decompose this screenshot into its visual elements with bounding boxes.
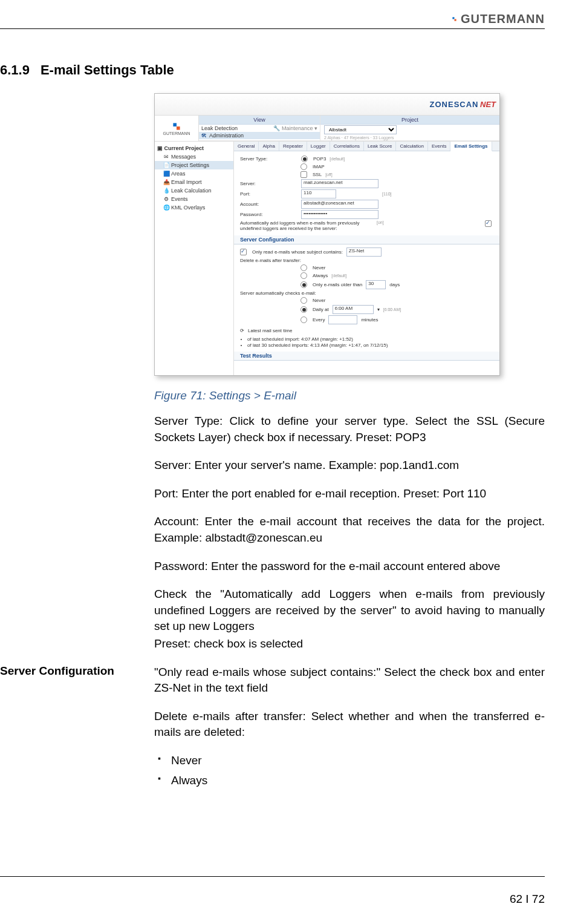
delete-label: Delete e-mails after transfer: [240,258,301,263]
radio-check-every[interactable] [300,316,307,323]
nav-project-header: Project [320,116,499,125]
para-server: Server: Enter your server's name. Exampl… [154,457,545,474]
latest-label: Latest mail sent time [248,328,292,333]
side-label-server-config: Server Configuration [0,664,145,678]
radio-check-never[interactable] [300,297,307,304]
brand-name: GUTERMANN [461,12,545,26]
section-title: E-mail Settings Table [41,62,174,77]
para-only-read: "Only read e-mails whose subject contain… [154,664,545,696]
project-select[interactable]: Albstadt [324,125,397,134]
only-read-label: Only read e-mails whose subject contains… [252,249,343,255]
radio-pop3[interactable] [301,156,308,162]
nav-administration[interactable]: 🛠 Administration [199,132,320,139]
para-delete: Delete e-mails after transfer: Select wh… [154,709,545,741]
password-input[interactable]: •••••••••••••• [301,210,378,219]
radio-delete-older[interactable] [300,281,307,288]
app-logo-text: GUTERMANN [163,131,190,136]
figure-caption: Figure 71: Settings > E-mail [154,389,545,402]
tree-panel: ▣ Current Project ✉Messages 📄Project Set… [155,142,234,375]
server-type-label: Server Type: [240,156,297,162]
tree-item[interactable]: 🌐KML Overlays [155,203,233,212]
server-input[interactable]: mail.zonescan.net [301,179,378,188]
tree-item[interactable]: ✉Messages [155,152,233,161]
account-input[interactable]: albstadt@zonescan.net [301,200,378,209]
tree-item[interactable]: ⚙Events [155,195,233,203]
radio-delete-never[interactable] [300,264,307,271]
tab-email-settings[interactable]: Email Settings [450,142,492,151]
app-logo-cell: GUTERMANN [155,116,199,141]
tree-item[interactable]: 📥Email Import [155,178,233,186]
tab-events[interactable]: Events [428,142,450,151]
project-subinfo: 2 Alphas · 47 Repeaters · 33 Loggers [320,135,499,140]
page-footer: 62 I 72 [0,876,545,906]
older-input[interactable]: 30 [366,280,386,289]
tab-general[interactable]: General [234,142,259,151]
section-heading: 6.1.9E-mail Settings Table [0,62,545,78]
tab-repeater[interactable]: Repeater [279,142,307,151]
page-number: 62 I 72 [510,893,545,905]
para-autoadd: Check the "Automatically add Loggers whe… [154,586,545,635]
app-brand: ZONESCAN [430,100,479,109]
nav-leak-detection[interactable]: Leak Detection🔧 Maintenance ▾ [199,125,320,132]
check-ssl[interactable] [300,171,307,178]
server-label: Server: [240,181,297,186]
port-input[interactable]: 110 [301,189,336,198]
tab-calculation[interactable]: Calculation [396,142,428,151]
bullet-always: Always [154,773,545,789]
server-config-header: Server Configuration [234,235,499,244]
every-input[interactable] [328,315,357,324]
section-number: 6.1.9 [0,62,30,77]
para-port: Port: Enter the port enabled for e-mail … [154,486,545,502]
autoadd-label: Automatically add loggers when e-mails f… [240,220,373,231]
account-label: Account: [240,202,297,207]
radio-check-daily[interactable] [300,306,307,313]
page-header: GUTERMANN [0,12,545,29]
radio-imap[interactable] [300,163,307,170]
delete-options-list: Never Always [154,753,545,788]
daily-input[interactable]: 6:00 AM [333,305,374,314]
tree-root[interactable]: ▣ Current Project [155,144,233,152]
app-brand-suffix: NET [480,100,496,109]
tab-correlations[interactable]: Correlations [330,142,364,151]
password-label: Password: [240,212,297,217]
tree-item[interactable]: 🟦Areas [155,169,233,178]
tabs-bar: General Alpha Repeater Logger Correlatio… [234,142,499,151]
radio-delete-always[interactable] [300,272,307,279]
test-results-header: Test Results [234,352,499,361]
bullet-never: Never [154,753,545,769]
tree-item[interactable]: 📄Project Settings [155,161,233,169]
tab-logger[interactable]: Logger [307,142,330,151]
logo-icon [452,16,457,22]
brand-logo: GUTERMANN [452,12,545,26]
para-password: Password: Enter the password for the e-m… [154,559,545,575]
latest-b1: of last scheduled import: 4:07 AM (margi… [247,336,493,342]
logo-icon [172,122,181,131]
tree-item[interactable]: 💧Leak Calculation [155,186,233,195]
latest-b2: of last 30 scheduled imports: 4:13 AM (m… [247,342,493,348]
nav-view-header: View [199,116,320,125]
autocheck-label: Server automatically checks e-mail: [240,290,316,296]
tab-leak-score[interactable]: Leak Score [364,142,396,151]
tab-alpha[interactable]: Alpha [259,142,279,151]
only-read-input[interactable]: ZS-Net [346,247,382,257]
para-account: Account: Enter the e-mail account that r… [154,514,545,546]
para-autoadd-preset: Preset: check box is selected [154,636,545,652]
para-server-type: Server Type: Click to define your server… [154,413,545,445]
check-autoadd[interactable] [485,220,492,227]
check-only-read[interactable] [240,249,247,255]
app-titlebar: ZONESCAN NET [155,94,499,116]
port-label: Port: [240,191,297,197]
screenshot-figure: ZONESCAN NET GUTERMANN View Le [154,93,500,376]
